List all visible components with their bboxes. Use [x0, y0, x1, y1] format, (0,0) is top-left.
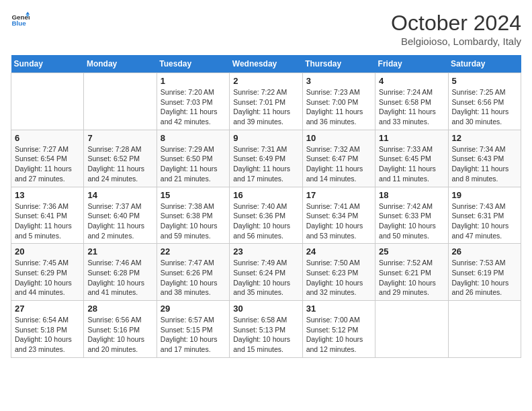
calendar-cell: 22Sunrise: 7:47 AMSunset: 6:26 PMDayligh… — [157, 244, 229, 301]
calendar-cell: 26Sunrise: 7:53 AMSunset: 6:19 PMDayligh… — [448, 244, 521, 301]
calendar-week-row: 27Sunrise: 6:54 AMSunset: 5:18 PMDayligh… — [11, 301, 521, 358]
day-number: 4 — [379, 76, 444, 86]
day-info: Sunrise: 7:34 AMSunset: 6:43 PMDaylight:… — [452, 144, 517, 184]
weekday-header: Wednesday — [230, 55, 302, 73]
day-number: 15 — [161, 190, 226, 200]
calendar-week-row: 6Sunrise: 7:27 AMSunset: 6:54 PMDaylight… — [11, 130, 521, 187]
calendar-week-row: 20Sunrise: 7:45 AMSunset: 6:29 PMDayligh… — [11, 244, 521, 301]
day-info: Sunrise: 7:00 AMSunset: 5:12 PMDaylight:… — [306, 315, 371, 355]
calendar-cell: 31Sunrise: 7:00 AMSunset: 5:12 PMDayligh… — [302, 301, 375, 358]
day-number: 3 — [306, 76, 371, 86]
calendar-cell: 6Sunrise: 7:27 AMSunset: 6:54 PMDaylight… — [11, 130, 84, 187]
day-info: Sunrise: 7:40 AMSunset: 6:36 PMDaylight:… — [233, 201, 298, 241]
weekday-header-row: SundayMondayTuesdayWednesdayThursdayFrid… — [11, 55, 521, 73]
day-info: Sunrise: 7:52 AMSunset: 6:21 PMDaylight:… — [379, 258, 444, 298]
calendar-cell: 17Sunrise: 7:41 AMSunset: 6:34 PMDayligh… — [302, 187, 375, 244]
calendar-cell: 2Sunrise: 7:22 AMSunset: 7:01 PMDaylight… — [230, 73, 302, 130]
day-info: Sunrise: 7:33 AMSunset: 6:45 PMDaylight:… — [379, 144, 444, 184]
day-number: 7 — [87, 133, 152, 143]
day-info: Sunrise: 7:36 AMSunset: 6:41 PMDaylight:… — [15, 201, 80, 241]
day-number: 25 — [379, 246, 444, 257]
day-number: 29 — [161, 304, 226, 314]
calendar-week-row: 1Sunrise: 7:20 AMSunset: 7:03 PMDaylight… — [11, 73, 521, 130]
day-number: 22 — [161, 246, 226, 257]
calendar-week-row: 13Sunrise: 7:36 AMSunset: 6:41 PMDayligh… — [11, 187, 521, 244]
day-info: Sunrise: 7:38 AMSunset: 6:38 PMDaylight:… — [161, 201, 226, 241]
calendar-cell: 7Sunrise: 7:28 AMSunset: 6:52 PMDaylight… — [84, 130, 157, 187]
day-info: Sunrise: 7:23 AMSunset: 7:00 PMDaylight:… — [306, 87, 371, 127]
title-area: October 2024 Belgioioso, Lombardy, Italy — [391, 11, 521, 47]
day-info: Sunrise: 6:56 AMSunset: 5:16 PMDaylight:… — [87, 315, 152, 355]
day-info: Sunrise: 6:58 AMSunset: 5:13 PMDaylight:… — [233, 315, 298, 355]
logo-icon: General Blue — [11, 11, 30, 30]
calendar-cell: 8Sunrise: 7:29 AMSunset: 6:50 PMDaylight… — [157, 130, 229, 187]
day-number: 30 — [233, 304, 298, 314]
location: Belgioioso, Lombardy, Italy — [391, 36, 521, 47]
calendar-cell: 20Sunrise: 7:45 AMSunset: 6:29 PMDayligh… — [11, 244, 84, 301]
page-header: General Blue October 2024 Belgioioso, Lo… — [11, 11, 521, 47]
day-info: Sunrise: 6:54 AMSunset: 5:18 PMDaylight:… — [15, 315, 80, 355]
day-info: Sunrise: 7:32 AMSunset: 6:47 PMDaylight:… — [306, 144, 371, 184]
day-info: Sunrise: 7:43 AMSunset: 6:31 PMDaylight:… — [452, 201, 517, 241]
weekday-header: Sunday — [11, 55, 84, 73]
logo: General Blue — [11, 11, 30, 30]
calendar-cell: 29Sunrise: 6:57 AMSunset: 5:15 PMDayligh… — [157, 301, 229, 358]
day-number: 14 — [87, 190, 152, 200]
day-number: 28 — [87, 304, 152, 314]
calendar-cell: 15Sunrise: 7:38 AMSunset: 6:38 PMDayligh… — [157, 187, 229, 244]
day-info: Sunrise: 7:49 AMSunset: 6:24 PMDaylight:… — [233, 258, 298, 298]
day-number: 16 — [233, 190, 298, 200]
day-info: Sunrise: 7:41 AMSunset: 6:34 PMDaylight:… — [306, 201, 371, 241]
calendar-cell: 19Sunrise: 7:43 AMSunset: 6:31 PMDayligh… — [448, 187, 521, 244]
day-info: Sunrise: 7:31 AMSunset: 6:49 PMDaylight:… — [233, 144, 298, 184]
weekday-header: Saturday — [448, 55, 521, 73]
day-number: 19 — [452, 190, 517, 200]
calendar-cell — [84, 73, 157, 130]
day-info: Sunrise: 7:22 AMSunset: 7:01 PMDaylight:… — [233, 87, 298, 127]
day-info: Sunrise: 7:28 AMSunset: 6:52 PMDaylight:… — [87, 144, 152, 184]
calendar-cell: 25Sunrise: 7:52 AMSunset: 6:21 PMDayligh… — [375, 244, 448, 301]
weekday-header: Thursday — [302, 55, 375, 73]
day-number: 10 — [306, 133, 371, 143]
day-number: 27 — [15, 304, 80, 314]
calendar-cell: 14Sunrise: 7:37 AMSunset: 6:40 PMDayligh… — [84, 187, 157, 244]
day-number: 5 — [452, 76, 517, 86]
day-number: 12 — [452, 133, 517, 143]
day-info: Sunrise: 7:24 AMSunset: 6:58 PMDaylight:… — [379, 87, 444, 127]
day-info: Sunrise: 7:27 AMSunset: 6:54 PMDaylight:… — [15, 144, 80, 184]
calendar-cell: 13Sunrise: 7:36 AMSunset: 6:41 PMDayligh… — [11, 187, 84, 244]
day-number: 21 — [87, 246, 152, 257]
day-info: Sunrise: 6:57 AMSunset: 5:15 PMDaylight:… — [161, 315, 226, 355]
day-info: Sunrise: 7:47 AMSunset: 6:26 PMDaylight:… — [161, 258, 226, 298]
calendar-cell: 3Sunrise: 7:23 AMSunset: 7:00 PMDaylight… — [302, 73, 375, 130]
weekday-header: Tuesday — [157, 55, 229, 73]
calendar-cell: 5Sunrise: 7:25 AMSunset: 6:56 PMDaylight… — [448, 73, 521, 130]
calendar-cell: 11Sunrise: 7:33 AMSunset: 6:45 PMDayligh… — [375, 130, 448, 187]
calendar-cell: 21Sunrise: 7:46 AMSunset: 6:28 PMDayligh… — [84, 244, 157, 301]
day-number: 13 — [15, 190, 80, 200]
calendar-cell: 18Sunrise: 7:42 AMSunset: 6:33 PMDayligh… — [375, 187, 448, 244]
svg-text:Blue: Blue — [11, 19, 26, 27]
calendar-cell: 4Sunrise: 7:24 AMSunset: 6:58 PMDaylight… — [375, 73, 448, 130]
day-number: 6 — [15, 133, 80, 143]
calendar-cell: 9Sunrise: 7:31 AMSunset: 6:49 PMDaylight… — [230, 130, 302, 187]
day-number: 17 — [306, 190, 371, 200]
calendar-cell: 27Sunrise: 6:54 AMSunset: 5:18 PMDayligh… — [11, 301, 84, 358]
day-info: Sunrise: 7:42 AMSunset: 6:33 PMDaylight:… — [379, 201, 444, 241]
day-number: 1 — [161, 76, 226, 86]
calendar-cell: 30Sunrise: 6:58 AMSunset: 5:13 PMDayligh… — [230, 301, 302, 358]
day-number: 11 — [379, 133, 444, 143]
day-info: Sunrise: 7:37 AMSunset: 6:40 PMDaylight:… — [87, 201, 152, 241]
day-info: Sunrise: 7:20 AMSunset: 7:03 PMDaylight:… — [161, 87, 226, 127]
calendar-cell: 23Sunrise: 7:49 AMSunset: 6:24 PMDayligh… — [230, 244, 302, 301]
day-info: Sunrise: 7:50 AMSunset: 6:23 PMDaylight:… — [306, 258, 371, 298]
day-number: 31 — [306, 304, 371, 314]
calendar-cell: 10Sunrise: 7:32 AMSunset: 6:47 PMDayligh… — [302, 130, 375, 187]
weekday-header: Friday — [375, 55, 448, 73]
day-info: Sunrise: 7:25 AMSunset: 6:56 PMDaylight:… — [452, 87, 517, 127]
day-number: 9 — [233, 133, 298, 143]
day-info: Sunrise: 7:45 AMSunset: 6:29 PMDaylight:… — [15, 258, 80, 298]
day-number: 8 — [161, 133, 226, 143]
calendar-cell: 12Sunrise: 7:34 AMSunset: 6:43 PMDayligh… — [448, 130, 521, 187]
day-number: 20 — [15, 246, 80, 257]
